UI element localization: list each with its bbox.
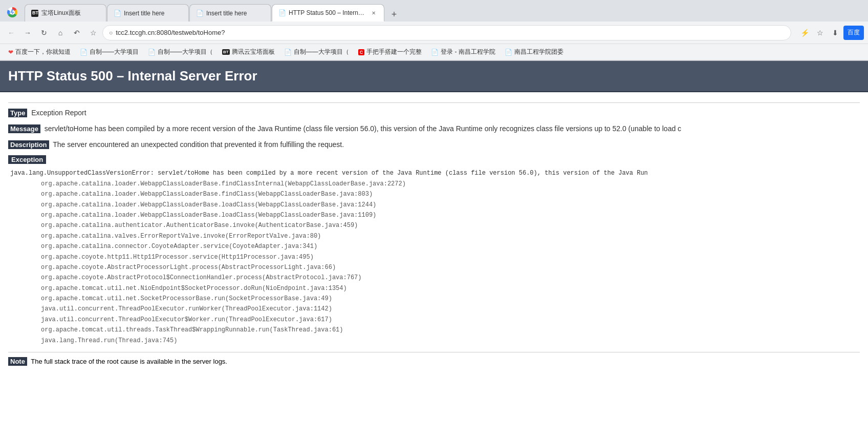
bookmark-build[interactable]: C 手把手搭建一个完整 (354, 46, 426, 58)
star-icon[interactable]: ☆ (813, 26, 827, 40)
stack-at-line: org.apache.catalina.connector.CoyoteAdap… (10, 241, 860, 252)
bookmark-nanchang-icon: 📄 (505, 49, 512, 56)
bookmark-login-label: 登录 - 南昌工程学院 (441, 48, 495, 56)
stack-at-line: org.apache.coyote.AbstractProtocol$Conne… (10, 273, 860, 283)
note-value: The full stack trace of the root cause i… (31, 358, 227, 365)
address-bar[interactable]: ○ tcc2.tccgh.cn:8080/testweb/toHome? (102, 25, 791, 40)
tab-page-icon1: 📄 (114, 10, 121, 17)
stack-at-line: org.apache.catalina.valves.ErrorReportVa… (10, 231, 860, 241)
message-value: servlet/toHome has been compiled by a mo… (45, 124, 681, 133)
secure-icon: ○ (109, 29, 113, 36)
bookmark-proj2-icon: 📄 (148, 49, 156, 56)
tab-http500[interactable]: 📄 HTTP Status 500 – Internal S ✕ (272, 4, 384, 22)
bookmark-tencent[interactable]: BT 腾讯云宝塔面板 (218, 46, 279, 58)
tab-insert2[interactable]: 📄 Insert title here (189, 4, 271, 22)
back-button2[interactable]: ↶ (70, 26, 84, 40)
type-row: Type Exception Report (8, 107, 860, 119)
tab-baota-label: 宝塔Linux面板 (41, 9, 100, 17)
bookmark-project1[interactable]: 📄 自制——大学项目 (76, 46, 143, 58)
bookmark-button[interactable]: ☆ (86, 26, 100, 40)
stack-at-line: org.apache.catalina.loader.WebappClassLo… (10, 189, 860, 199)
bookmark-project3[interactable]: 📄 自制——大学项目（ (280, 46, 353, 58)
bookmark-login-icon: 📄 (431, 49, 439, 56)
new-tab-button[interactable]: + (387, 7, 401, 22)
error-title: HTTP Status 500 – Internal Server Error (8, 68, 257, 84)
address-text: tcc2.tccgh.cn:8080/testweb/toHome? (116, 29, 785, 36)
tab-insert1[interactable]: 📄 Insert title here (107, 4, 189, 22)
page-content: HTTP Status 500 – Internal Server Error … (0, 61, 868, 379)
bookmark-nanchang-label: 南昌工程学院团委 (514, 48, 563, 56)
bookmark-tencent-icon: BT (222, 49, 230, 55)
home-button[interactable]: ⌂ (53, 26, 68, 40)
download-icon[interactable]: ⬇ (828, 26, 842, 40)
bookmark-proj2-label: 自制——大学项目（ (158, 48, 213, 56)
chrome-logo (2, 2, 23, 23)
nav-bar: ← → ↻ ⌂ ↶ ☆ ○ tcc2.tccgh.cn:8080/testweb… (0, 22, 868, 44)
tab-page-icon2: 📄 (196, 10, 203, 17)
note-label: Note (8, 357, 27, 366)
stack-at-line: java.util.concurrent.ThreadPoolExecutor.… (10, 304, 860, 314)
stack-at-line: org.apache.tomcat.util.threads.TaskThrea… (10, 325, 860, 335)
message-row: Message servlet/toHome has been compiled… (8, 123, 860, 135)
bookmark-proj1-label: 自制——大学项目 (90, 48, 139, 56)
message-label: Message (8, 124, 40, 133)
bookmark-build-label: 手把手搭建一个完整 (366, 48, 422, 56)
back-button[interactable]: ← (4, 26, 18, 40)
forward-button[interactable]: → (20, 26, 35, 40)
browser-chrome: BT 宝塔Linux面板 📄 Insert title here 📄 Inser… (0, 0, 868, 61)
bookmark-proj3-label: 自制——大学项目（ (294, 48, 349, 56)
reload-button[interactable]: ↻ (37, 26, 51, 40)
stack-main-line: java.lang.UnsupportedClassVersionError: … (10, 168, 860, 178)
stack-at-line: java.util.concurrent.ThreadPoolExecutor$… (10, 315, 860, 325)
stack-at-line: org.apache.tomcat.util.net.NioEndpoint$S… (10, 283, 860, 294)
stack-at-line: org.apache.tomcat.util.net.SocketProcess… (10, 294, 860, 304)
stack-at-line: org.apache.catalina.loader.WebappClassLo… (10, 210, 860, 220)
type-label: Type (8, 109, 27, 117)
bookmark-tencent-label: 腾讯云宝塔面板 (232, 48, 275, 56)
description-value: The server encountered an unexpected con… (53, 140, 344, 149)
stack-at-line: org.apache.coyote.AbstractProcessorLight… (10, 262, 860, 273)
stack-at-line: java.lang.Thread.run(Thread.java:745) (10, 336, 860, 346)
bookmark-login[interactable]: 📄 登录 - 南昌工程学院 (427, 46, 500, 58)
bookmark-proj3-icon: 📄 (284, 49, 292, 56)
stack-at-line: org.apache.catalina.loader.WebappClassLo… (10, 200, 860, 210)
bookmark-proj1-icon: 📄 (80, 49, 88, 56)
bookmark-baidu-icon: ❤ (8, 49, 13, 56)
bookmark-baidu[interactable]: ❤ 百度一下，你就知道 (4, 46, 75, 58)
tab-bt-icon: BT (31, 10, 38, 17)
lightning-icon[interactable]: ⚡ (797, 26, 812, 40)
tab-baota[interactable]: BT 宝塔Linux面板 (25, 4, 106, 22)
stack-at-line: org.apache.catalina.authenticator.Authen… (10, 220, 860, 231)
baidu-button[interactable]: 百度 (843, 26, 864, 40)
tab-http500-label: HTTP Status 500 – Internal S (289, 9, 366, 16)
bookmark-nanchang[interactable]: 📄 南昌工程学院团委 (501, 46, 568, 58)
description-row: Description The server encountered an un… (8, 139, 860, 151)
bookmarks-bar: ❤ 百度一下，你就知道 📄 自制——大学项目 📄 自制——大学项目（ BT 腾讯… (0, 44, 868, 60)
tab-http500-close[interactable]: ✕ (370, 9, 378, 17)
nav-right: ⚡ ☆ ⬇ 百度 (797, 26, 864, 40)
tab-insert1-label: Insert title here (124, 10, 182, 17)
description-label: Description (8, 140, 49, 149)
exception-label: Exception (8, 155, 46, 164)
stack-at-line: org.apache.coyote.http11.Http11Processor… (10, 252, 860, 262)
stack-at-line: org.apache.catalina.loader.WebappClassLo… (10, 179, 860, 189)
tab-page-icon3: 📄 (278, 9, 286, 16)
error-body: Type Exception Report Message servlet/to… (0, 92, 868, 377)
tab-bar: BT 宝塔Linux面板 📄 Insert title here 📄 Inser… (0, 0, 868, 22)
divider-1 (8, 102, 860, 103)
exception-section: Exception java.lang.UnsupportedClassVers… (8, 155, 860, 346)
note-section: Note The full stack trace of the root ca… (8, 352, 860, 370)
tab-insert2-label: Insert title here (206, 10, 265, 17)
bookmark-project2[interactable]: 📄 自制——大学项目（ (144, 46, 217, 58)
bookmark-build-icon: C (358, 49, 365, 55)
type-value: Exception Report (31, 109, 86, 117)
bookmark-baidu-label: 百度一下，你就知道 (15, 48, 71, 56)
stack-trace: java.lang.UnsupportedClassVersionError: … (8, 168, 860, 346)
error-header: HTTP Status 500 – Internal Server Error (0, 61, 868, 92)
